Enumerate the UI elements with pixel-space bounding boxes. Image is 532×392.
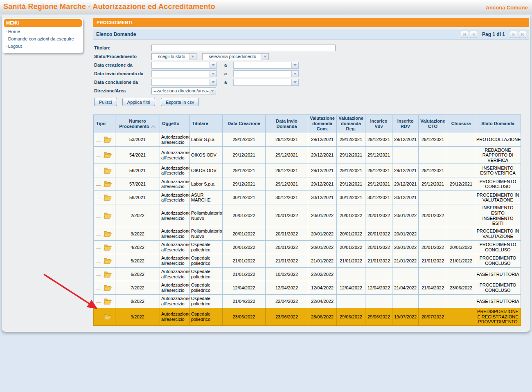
column-header-oggetto[interactable]: Oggetto <box>160 115 190 133</box>
table-row[interactable]: 53/2021 Autorizzazione all'esercizio Lab… <box>94 133 521 146</box>
range-separator: a <box>224 71 227 76</box>
table-row[interactable]: 54/2021 Autorizzazione all'esercizio OIK… <box>94 146 521 164</box>
cell-tipo <box>94 254 115 268</box>
cell-oggetto: Autorizzazione all'esercizio <box>160 204 190 227</box>
cell-valutazione-cto: 21/01/2022 <box>419 254 447 268</box>
range-separator: a <box>224 80 227 85</box>
calendar-dropdown-icon[interactable] <box>210 71 216 77</box>
results-table-wrap: Tipo Numero Procedimento Oggetto Titolar… <box>93 114 529 326</box>
cell-valutazione-cto <box>419 268 447 281</box>
table-row[interactable]: 4/2022 Autorizzazione all'esercizio Ospe… <box>94 241 521 254</box>
folder-icon[interactable] <box>103 298 112 305</box>
cell-valutazione-reg: 29/12/2021 <box>337 177 365 191</box>
table-row[interactable]: 57/2021 Autorizzazione all'esercizio Lab… <box>94 177 521 191</box>
data-invio-da-input[interactable] <box>151 70 217 77</box>
data-conclusione-a-input[interactable] <box>233 79 299 86</box>
cell-stato-domanda: PROCEDIMENTO IN VALUTAZIONE <box>475 191 521 204</box>
folder-icon[interactable] <box>103 271 112 278</box>
folder-icon[interactable] <box>103 258 112 264</box>
data-invio-a-input[interactable] <box>233 70 299 77</box>
cell-valutazione-cto: 20/07/2022 <box>419 308 447 326</box>
cell-valutazione-reg: 20/01/2022 <box>337 204 365 227</box>
cell-valutazione-com: 22/04/2022 <box>308 295 337 308</box>
table-row[interactable]: 3/2022 Autorizzazione all'esercizio Poli… <box>94 227 521 241</box>
cell-data-creazione: 30/12/2021 <box>223 191 266 204</box>
pagination-first-button[interactable] <box>461 31 468 38</box>
column-header-valutazione-cto[interactable]: Valutazione CTO <box>419 115 447 133</box>
cell-oggetto: Autorizzazione all'esercizio <box>160 146 190 164</box>
calendar-dropdown-icon[interactable] <box>210 62 216 68</box>
folder-icon[interactable] <box>103 284 112 291</box>
table-row[interactable]: 58/2021 Autorizzazione all'esercizio ASU… <box>94 191 521 204</box>
table-row[interactable]: 2/2022 Autorizzazione all'esercizio Poli… <box>94 204 521 227</box>
folder-icon[interactable] <box>103 231 112 237</box>
direzione-select[interactable]: ---seleziona direzione/area--- <box>151 87 216 94</box>
column-header-chiusura[interactable]: Chiusura <box>447 115 475 133</box>
column-header-numero-procedimento[interactable]: Numero Procedimento <box>115 115 160 133</box>
titolare-input[interactable] <box>151 45 336 51</box>
pulisci-button[interactable]: Pulisci <box>94 98 117 106</box>
chevron-down-icon[interactable] <box>189 54 196 60</box>
calendar-dropdown-icon[interactable] <box>210 79 216 85</box>
folder-icon[interactable] <box>103 152 112 159</box>
esporta-csv-button[interactable]: Esporta in csv <box>161 98 199 106</box>
pagination-prev-button[interactable] <box>470 31 477 38</box>
data-invio-label: Data invio domanda da <box>94 71 151 76</box>
table-row[interactable]: 6/2022 Autorizzazione all'esercizio Ospe… <box>94 268 521 281</box>
sidebar-item-domande-azioni[interactable]: ·Domande con azioni da eseguire <box>4 34 82 42</box>
pagination-label: Pag 1 di 1 <box>482 31 505 37</box>
table-row[interactable]: 5/2022 Autorizzazione all'esercizio Ospe… <box>94 254 521 268</box>
folder-icon[interactable] <box>103 212 112 219</box>
data-conclusione-da-input[interactable] <box>151 79 217 86</box>
cell-numero-procedimento: 54/2021 <box>115 146 160 164</box>
cell-valutazione-com: 29/12/2021 <box>308 164 337 177</box>
column-header-valutazione-reg[interactable]: Valutazione domanda Reg. <box>337 115 365 133</box>
column-header-titolare[interactable]: Titolare <box>190 115 223 133</box>
app-root: { "header": { "title": "Sanità Regione M… <box>0 0 532 392</box>
pagination-last-button[interactable] <box>519 31 526 38</box>
user-label: Ancona Comune <box>486 4 528 11</box>
stato-select[interactable]: ---scegli lo stato--- <box>151 53 196 60</box>
column-header-stato-domanda[interactable]: Stato Domanda <box>475 115 521 133</box>
data-creazione-da-input[interactable] <box>151 62 217 69</box>
cell-titolare: OIKOS ODV <box>190 146 223 164</box>
procedimento-select[interactable]: ---seleziona procedimento--- <box>202 53 269 60</box>
folder-icon[interactable] <box>103 314 112 320</box>
tree-branch-icon <box>96 213 101 217</box>
column-header-data-invio[interactable]: Data invio Domanda <box>266 115 308 133</box>
cell-valutazione-reg: 12/04/2022 <box>337 281 365 295</box>
folder-icon[interactable] <box>103 136 112 143</box>
cell-data-invio: 29/12/2021 <box>266 146 308 164</box>
applica-filtri-button[interactable]: Applica filtri <box>122 98 155 106</box>
folder-icon[interactable] <box>103 244 112 251</box>
column-header-valutazione-com[interactable]: Valutazione domanda Com. <box>308 115 337 133</box>
direzione-label: Direzione/Area <box>94 88 151 93</box>
column-header-incarico-vdv[interactable]: Incarico Vdv <box>365 115 392 133</box>
table-row[interactable]: 56/2021 Autorizzazione all'esercizio OIK… <box>94 164 521 177</box>
table-row[interactable]: 8/2022 Autorizzazione all'esercizio Ospe… <box>94 295 521 308</box>
menu-title: MENU <box>4 19 82 27</box>
cell-tipo <box>94 133 115 146</box>
sidebar-item-logout[interactable]: ·Logout <box>4 42 82 49</box>
cell-tipo <box>94 308 115 326</box>
sidebar-item-home[interactable]: ·Home <box>4 27 82 34</box>
pagination-next-button[interactable] <box>510 31 517 38</box>
cell-incarico-vdv <box>365 268 392 281</box>
calendar-dropdown-icon[interactable] <box>291 79 298 85</box>
folder-icon[interactable] <box>103 194 112 201</box>
column-header-tipo[interactable]: Tipo <box>94 115 115 133</box>
folder-icon[interactable] <box>103 181 112 188</box>
data-creazione-a-input[interactable] <box>233 62 299 69</box>
calendar-dropdown-icon[interactable] <box>291 71 298 77</box>
chevron-down-icon[interactable] <box>209 88 216 94</box>
folder-icon[interactable] <box>103 167 112 174</box>
table-row[interactable]: 9/2022 Autorizzazione all'esercizio Ospe… <box>94 308 521 326</box>
procedimento-select-value: ---seleziona procedimento--- <box>203 54 261 60</box>
column-header-data-creazione[interactable]: Data Creazione <box>223 115 266 133</box>
cell-valutazione-cto <box>419 295 447 308</box>
column-header-inserito-rdv[interactable]: Inserito RDV <box>392 115 419 133</box>
table-row[interactable]: 7/2022 Autorizzazione all'esercizio Ospe… <box>94 281 521 295</box>
chevron-down-icon[interactable] <box>261 54 268 60</box>
calendar-dropdown-icon[interactable] <box>291 62 298 68</box>
cell-data-creazione: 29/12/2021 <box>223 146 266 164</box>
